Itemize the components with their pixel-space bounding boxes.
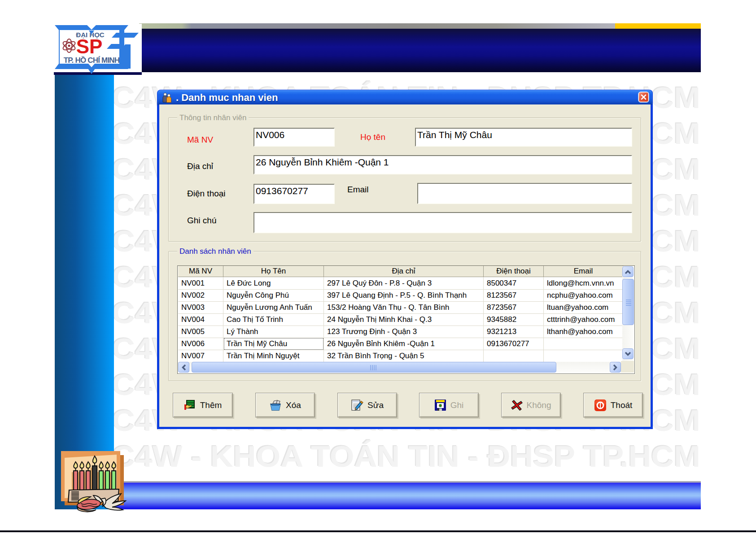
svg-text:TP. HỒ CHÍ MINH: TP. HỒ CHÍ MINH xyxy=(64,56,120,65)
svg-text:SP: SP xyxy=(76,35,103,57)
